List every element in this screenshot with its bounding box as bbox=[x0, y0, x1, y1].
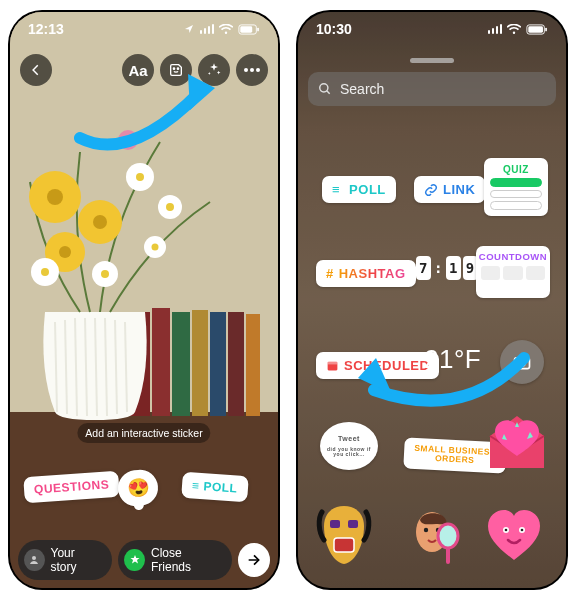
time-sticker[interactable]: 7 : 1 9 bbox=[416, 256, 478, 280]
share-bar: Your story Close Friends bbox=[18, 540, 270, 580]
sticker-tool-button[interactable] bbox=[160, 54, 192, 86]
svg-rect-35 bbox=[240, 26, 252, 32]
svg-point-40 bbox=[250, 68, 254, 72]
link-sticker[interactable]: LINK bbox=[414, 176, 485, 203]
avatar-icon bbox=[24, 549, 45, 571]
time-digit: 1 bbox=[446, 256, 461, 280]
search-icon bbox=[318, 82, 332, 96]
battery-icon bbox=[526, 24, 548, 35]
svg-rect-51 bbox=[515, 358, 530, 369]
poll-sticker[interactable]: ≡ POLL bbox=[322, 176, 396, 203]
temperature-sticker[interactable]: 21°F bbox=[424, 344, 481, 375]
poll-lines-icon: ≡ bbox=[332, 182, 340, 197]
sticker-icon bbox=[168, 62, 184, 78]
camera-sticker[interactable] bbox=[500, 340, 544, 384]
status-bar: 12:13 bbox=[10, 12, 278, 46]
heart-envelope-sticker[interactable] bbox=[480, 408, 554, 476]
arrow-right-icon bbox=[246, 552, 262, 568]
countdown-segments bbox=[481, 266, 545, 280]
status-icons bbox=[488, 24, 549, 35]
link-label: LINK bbox=[443, 182, 475, 197]
svg-point-58 bbox=[424, 528, 428, 532]
svg-point-28 bbox=[136, 173, 144, 181]
your-story-label: Your story bbox=[51, 546, 101, 574]
svg-rect-4 bbox=[172, 312, 190, 416]
quiz-sticker[interactable]: QUIZ bbox=[484, 158, 548, 216]
svg-rect-46 bbox=[545, 27, 547, 31]
wifi-icon bbox=[507, 24, 521, 35]
mask-gif-sticker[interactable] bbox=[316, 502, 372, 568]
sticker-search[interactable]: Search bbox=[308, 72, 556, 106]
heart-gif-sticker[interactable] bbox=[484, 506, 544, 566]
time-digit: 7 bbox=[416, 256, 431, 280]
status-time: 12:13 bbox=[28, 21, 184, 37]
left-phone: 12:13 Aa bbox=[8, 10, 280, 590]
hashtag-sticker[interactable]: #HASHTAG bbox=[316, 260, 416, 287]
sticker-grid: ≡ POLL LINK QUIZ #HASHTAG 7 : 1 9 bbox=[298, 122, 566, 588]
quiz-option bbox=[490, 190, 542, 199]
svg-point-29 bbox=[166, 203, 174, 211]
svg-point-38 bbox=[177, 68, 178, 69]
svg-point-61 bbox=[438, 524, 458, 548]
poll-lines-icon: ≡ bbox=[192, 478, 200, 492]
svg-point-32 bbox=[152, 244, 159, 251]
right-screen: 10:30 Search ≡ POLL bbox=[298, 12, 566, 588]
svg-rect-45 bbox=[528, 26, 543, 32]
wifi-icon bbox=[219, 24, 233, 35]
svg-point-37 bbox=[173, 68, 174, 69]
search-placeholder: Search bbox=[340, 81, 384, 97]
sparkle-icon bbox=[206, 62, 222, 78]
svg-point-21 bbox=[93, 215, 107, 229]
countdown-sticker[interactable]: COUNTDOWN bbox=[476, 246, 550, 298]
status-icons bbox=[200, 24, 261, 35]
close-friends-label: Close Friends bbox=[151, 546, 220, 574]
svg-point-39 bbox=[244, 68, 248, 72]
svg-point-41 bbox=[256, 68, 260, 72]
temperature-label: 21°F bbox=[424, 344, 481, 375]
scheduled-sticker[interactable]: SCHEDULED bbox=[316, 352, 439, 379]
svg-rect-3 bbox=[152, 308, 170, 416]
svg-point-64 bbox=[505, 529, 508, 532]
left-screen: 12:13 Aa bbox=[10, 12, 278, 588]
chevron-left-icon bbox=[29, 63, 43, 77]
close-friends-button[interactable]: Close Friends bbox=[118, 540, 232, 580]
svg-point-33 bbox=[118, 130, 138, 150]
more-icon bbox=[244, 68, 260, 72]
hashtag-hash: # bbox=[326, 266, 334, 281]
link-icon bbox=[424, 183, 438, 197]
time-colon: : bbox=[433, 260, 444, 276]
quiz-label: QUIZ bbox=[503, 164, 529, 175]
face-mirror-gif-sticker[interactable] bbox=[408, 506, 464, 568]
battery-icon bbox=[238, 24, 260, 35]
svg-rect-54 bbox=[348, 520, 358, 528]
status-bar: 10:30 bbox=[298, 12, 566, 46]
svg-point-31 bbox=[101, 270, 109, 278]
svg-point-52 bbox=[519, 360, 525, 366]
sheet-drag-handle[interactable] bbox=[410, 58, 454, 63]
svg-rect-5 bbox=[192, 310, 208, 416]
location-arrow-icon bbox=[184, 21, 194, 37]
svg-rect-36 bbox=[257, 27, 259, 31]
svg-point-42 bbox=[32, 556, 36, 560]
send-button[interactable] bbox=[238, 543, 270, 577]
poll-label: POLL bbox=[204, 479, 239, 495]
back-button[interactable] bbox=[20, 54, 52, 86]
right-phone: 10:30 Search ≡ POLL bbox=[296, 10, 568, 590]
svg-point-30 bbox=[41, 268, 49, 276]
heart-eyes-emoji-icon: 😍 bbox=[126, 476, 150, 500]
svg-rect-55 bbox=[334, 538, 354, 552]
hint-label: Add an interactive sticker bbox=[77, 423, 210, 443]
text-tool-button[interactable]: Aa bbox=[122, 54, 154, 86]
poll-sticker[interactable]: ≡POLL bbox=[182, 472, 249, 503]
tweet-title: Tweet bbox=[338, 435, 360, 442]
your-story-button[interactable]: Your story bbox=[18, 540, 112, 580]
more-button[interactable] bbox=[236, 54, 268, 86]
svg-rect-6 bbox=[210, 312, 226, 416]
editor-top-actions: Aa bbox=[122, 54, 268, 86]
tweet-sticker[interactable]: Tweet did you know if you click… bbox=[320, 422, 378, 470]
tweet-body: did you know if you click… bbox=[326, 447, 372, 458]
hashtag-text: HASHTAG bbox=[339, 266, 406, 281]
effects-button[interactable] bbox=[198, 54, 230, 86]
countdown-label: COUNTDOWN bbox=[479, 251, 547, 262]
poll-label: POLL bbox=[349, 182, 386, 197]
